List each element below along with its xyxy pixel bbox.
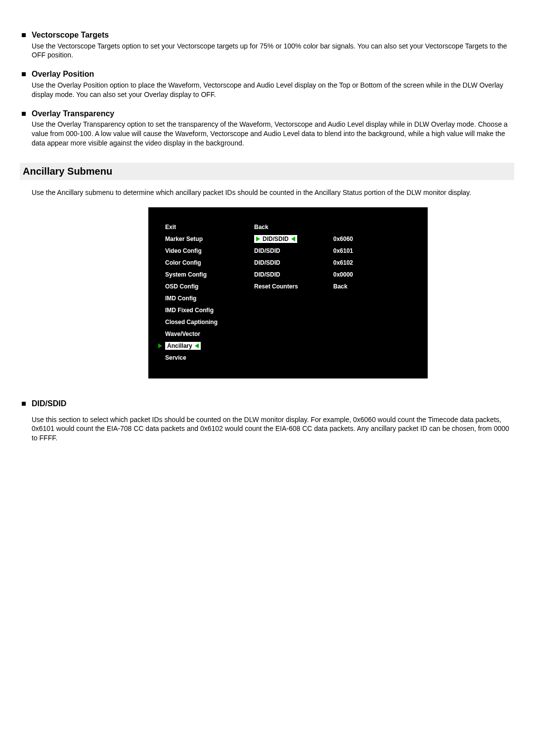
heading-didsdid: DID/SDID [32, 398, 66, 409]
menu-row: Closed Captioning [165, 316, 408, 328]
heading-row: Vectorscope Targets [20, 30, 514, 41]
triangle-right-icon [158, 343, 162, 348]
menu-left-service: Service [165, 354, 254, 362]
square-bullet-icon [22, 72, 26, 76]
section-overlay-transparency: Overlay Transparency Use the Overlay Tra… [20, 108, 514, 148]
heading-row: Overlay Position [20, 69, 514, 80]
menu-row: Service [165, 352, 408, 364]
menu-row: Video Config DID/SDID 0x6101 [165, 245, 408, 257]
menu-left-imd-config: IMD Config [165, 294, 254, 302]
heading-vectorscope: Vectorscope Targets [32, 30, 109, 41]
menu-left-marker-setup: Marker Setup [165, 235, 254, 243]
selected-item-label: Ancillary [167, 342, 192, 350]
square-bullet-icon [22, 33, 26, 37]
body-didsdid: Use this section to select which packet … [32, 415, 514, 443]
menu-left-ancillary-selected: Ancillary [165, 342, 254, 350]
heading-row: DID/SDID [20, 398, 514, 409]
body-overlay-position: Use the Overlay Position option to place… [32, 81, 514, 99]
menu-left-exit: Exit [165, 223, 254, 231]
menu-mid-didsdid-2: DID/SDID [254, 247, 333, 255]
menu-left-wave-vector: Wave/Vector [165, 330, 254, 338]
menu-left-cc: Closed Captioning [165, 318, 254, 326]
square-bullet-icon [22, 402, 26, 406]
menu-mid-didsdid-3: DID/SDID [254, 259, 333, 267]
triangle-right-icon [256, 236, 260, 241]
body-vectorscope: Use the Vectorscope Targets option to se… [32, 42, 514, 60]
menu-row: Wave/Vector [165, 328, 408, 340]
submenu-text: Use the Ancillary submenu to determine w… [32, 188, 514, 197]
selected-item-label: DID/SDID [263, 235, 289, 243]
menu-mid-back: Back [254, 223, 333, 231]
menu-right-3: 0x6102 [333, 259, 408, 267]
menu-row: IMD Config [165, 292, 408, 304]
menu-row: Ancillary [165, 340, 408, 352]
menu-row: OSD Config Reset Counters Back [165, 281, 408, 292]
menu-mid-didsdid-selected: DID/SDID [254, 235, 333, 243]
menu-row: System Config DID/SDID 0x0000 [165, 269, 408, 281]
menu-mid-didsdid-4: DID/SDID [254, 271, 333, 279]
menu-row: Marker Setup DID/SDID 0x6060 [165, 233, 408, 245]
menu-left-video-config: Video Config [165, 247, 254, 255]
menu-left-system-config: System Config [165, 271, 254, 279]
heading-overlay-transparency: Overlay Transparency [32, 108, 114, 119]
section-vectorscope: Vectorscope Targets Use the Vectorscope … [20, 30, 514, 60]
section-didsdid: DID/SDID Use this section to select whic… [20, 398, 514, 443]
triangle-left-icon [291, 236, 295, 241]
osd-menu-panel: Exit Back Marker Setup DID/SDID 0x6060 V… [148, 207, 428, 378]
section-overlay-position: Overlay Position Use the Overlay Positio… [20, 69, 514, 99]
menu-right-2: 0x6101 [333, 247, 408, 255]
square-bullet-icon [22, 112, 26, 116]
heading-overlay-position: Overlay Position [32, 69, 94, 80]
menu-left-color-config: Color Config [165, 259, 254, 267]
menu-mid-reset: Reset Counters [254, 283, 333, 290]
triangle-left-icon [195, 343, 199, 348]
menu-row: Color Config DID/SDID 0x6102 [165, 257, 408, 269]
menu-right-4: 0x0000 [333, 271, 408, 279]
menu-row: IMD Fixed Config [165, 304, 408, 316]
submenu-title: Ancillary Submenu [20, 163, 514, 180]
menu-left-imd-fixed: IMD Fixed Config [165, 306, 254, 314]
menu-right-1: 0x6060 [333, 235, 408, 243]
menu-left-osd-config: OSD Config [165, 283, 254, 290]
selected-item-box: Ancillary [165, 342, 201, 350]
body-overlay-transparency: Use the Overlay Transparency option to s… [32, 120, 514, 148]
menu-row: Exit Back [165, 221, 408, 233]
menu-right-5: Back [333, 283, 408, 290]
heading-row: Overlay Transparency [20, 108, 514, 119]
selected-item-box: DID/SDID [254, 235, 297, 243]
